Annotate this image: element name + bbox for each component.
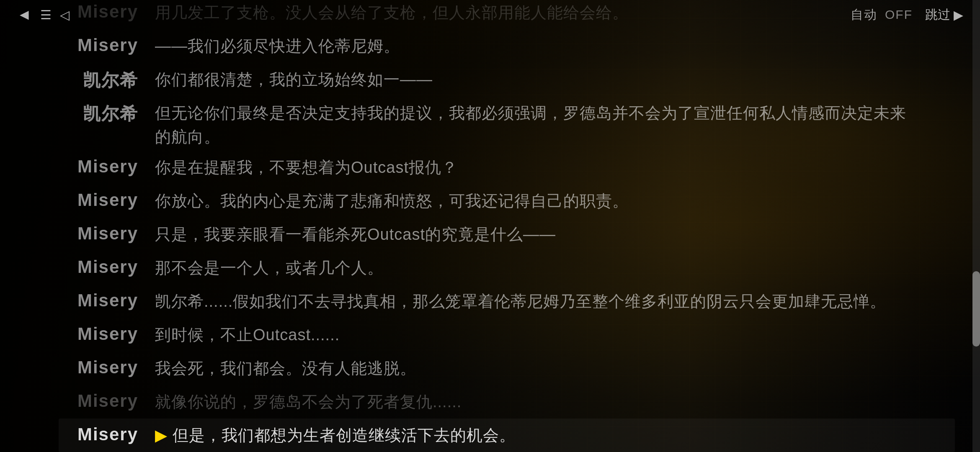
speaker-name: Misery <box>59 357 155 378</box>
speaker-name: Misery <box>59 189 155 210</box>
dialogue-text: 你是在提醒我，不要想着为Outcast报仇？ <box>155 156 955 180</box>
speaker-name: Misery <box>59 323 155 344</box>
dialogue-row: Misery 那不会是一个人，或者几个人。 <box>59 251 955 285</box>
dialogue-row: Misery 就像你说的，罗德岛不会为了死者复仇...... <box>59 385 955 419</box>
dialogue-text: 你们都很清楚，我的立场始终如一—— <box>155 68 955 92</box>
current-dialogue-row[interactable]: Misery ▶但是，我们都想为生者创造继续活下去的机会。 <box>59 419 955 452</box>
dialogue-row: 凯尔希 你们都很清楚，我的立场始终如一—— <box>59 63 955 96</box>
top-bar: ◄ ☰ ◁ 自动 OFF 跳过 ▶ <box>0 0 980 29</box>
dialogue-container[interactable]: Misery 用几发工了支枪。没人会从给了支枪，但人永部用能人能给会给。 Mis… <box>59 0 955 452</box>
dialogue-row: Misery 到时候，不止Outcast...... <box>59 318 955 352</box>
dialogue-text: ——我们必须尽快进入伦蒂尼姆。 <box>155 34 955 58</box>
dialogue-row: Misery 只是，我要亲眼看一看能杀死Outcast的究竟是什么—— <box>59 218 955 251</box>
top-right-controls: 自动 OFF 跳过 ▶ <box>851 6 963 23</box>
top-left-controls: ◄ ☰ ◁ <box>17 6 70 23</box>
speaker-name: Misery <box>59 223 155 244</box>
speaker-name: Misery <box>59 34 155 55</box>
dialogue-row: Misery 我会死，我们都会。没有人能逃脱。 <box>59 352 955 385</box>
skip-button[interactable]: 跳过 ▶ <box>925 6 963 23</box>
dialogue-text: 但无论你们最终是否决定支持我的提议，我都必须强调，罗德岛并不会为了宣泄任何私人情… <box>155 101 955 149</box>
dialogue-text: 凯尔希......假如我们不去寻找真相，那么笼罩着伦蒂尼姆乃至整个维多利亚的阴云… <box>155 290 955 313</box>
auto-button[interactable]: 自动 OFF <box>851 6 913 23</box>
speaker-name: 凯尔希 <box>59 68 155 92</box>
scrollbar-track[interactable] <box>972 0 980 452</box>
speaker-name: Misery <box>59 290 155 311</box>
speaker-name: Misery <box>59 390 155 411</box>
scrollbar-thumb[interactable] <box>972 271 980 347</box>
back-button[interactable]: ◄ <box>17 6 32 23</box>
active-dialogue-text: ▶但是，我们都想为生者创造继续活下去的机会。 <box>155 424 955 447</box>
active-indicator-icon: ▶ <box>155 424 168 447</box>
dialogue-text: 就像你说的，罗德岛不会为了死者复仇...... <box>155 390 955 414</box>
dialogue-text: 那不会是一个人，或者几个人。 <box>155 256 955 280</box>
active-speaker-name: Misery <box>59 424 155 444</box>
menu-button[interactable]: ☰ <box>40 8 52 22</box>
dialogue-text: 到时候，不止Outcast...... <box>155 323 955 347</box>
dialogue-text: 我会死，我们都会。没有人能逃脱。 <box>155 357 955 380</box>
dialogue-row: Misery 你是在提醒我，不要想着为Outcast报仇？ <box>59 151 955 184</box>
dialogue-row: Misery 凯尔希......假如我们不去寻找真相，那么笼罩着伦蒂尼姆乃至整个… <box>59 285 955 318</box>
chat-button[interactable]: ◁ <box>60 8 70 22</box>
speaker-name: 凯尔希 <box>59 101 155 126</box>
dialogue-row: Misery 你放心。我的内心是充满了悲痛和愤怒，可我还记得自己的职责。 <box>59 184 955 218</box>
dialogue-text: 你放心。我的内心是充满了悲痛和愤怒，可我还记得自己的职责。 <box>155 189 955 213</box>
dialogue-row: 凯尔希 但无论你们最终是否决定支持我的提议，我都必须强调，罗德岛并不会为了宣泄任… <box>59 96 955 151</box>
dialogue-text: 只是，我要亲眼看一看能杀死Outcast的究竟是什么—— <box>155 223 955 247</box>
speaker-name: Misery <box>59 156 155 177</box>
dialogue-row: Misery ——我们必须尽快进入伦蒂尼姆。 <box>59 29 955 63</box>
speaker-name: Misery <box>59 256 155 277</box>
